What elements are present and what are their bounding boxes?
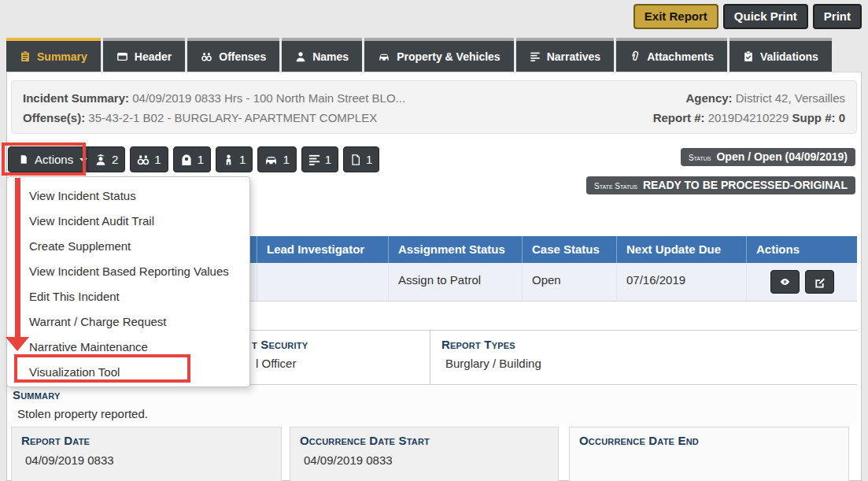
agency-label: Agency: [685, 91, 732, 105]
persons-count-badge[interactable]: 1 [216, 146, 253, 172]
table-header-lead-investigator: Lead Investigator [257, 236, 389, 263]
eye-icon [778, 276, 792, 287]
incident-summary-line: Incident Summary: 04/09/2019 0833 Hrs - … [23, 88, 405, 108]
report-number-label: Report #: [653, 111, 705, 124]
handcuffs-icon [201, 51, 212, 62]
badge-count: 1 [198, 153, 204, 166]
car-icon [264, 154, 278, 166]
car-icon [378, 51, 390, 62]
menu-item-create-supplement[interactable]: Create Supplement [7, 234, 249, 259]
report-date-label: Report Date [21, 434, 281, 447]
cell-actions [747, 263, 857, 301]
badge-count: 1 [325, 153, 331, 166]
top-toolbar: Exit Report Quick Print Print [0, 0, 868, 38]
tab-narratives[interactable]: Narratives [516, 38, 615, 72]
occurrence-date-start-value: 04/09/2019 0833 [300, 453, 558, 467]
narratives-count-badge[interactable]: 1 [301, 146, 338, 172]
documents-count-badge[interactable]: 1 [343, 146, 379, 172]
menu-item-view-incident-status[interactable]: View Incident Status [7, 183, 249, 209]
cell-lead-investigator [257, 263, 389, 301]
tab-bar: Summary Header Offenses Names Property &… [6, 38, 832, 72]
view-row-button[interactable] [770, 270, 800, 294]
report-security-value: l Officer [252, 357, 430, 370]
report-types-field: Report Types Burglary / Building [430, 331, 857, 384]
state-status-label: State Status [594, 182, 637, 191]
menu-item-view-incident-audit-trail[interactable]: View Incident Audit Trail [7, 209, 249, 234]
cell-next-update-due: 07/16/2019 [617, 263, 747, 301]
incident-summary-box: Incident Summary: 04/09/2019 0833 Hrs - … [11, 80, 857, 134]
status-badge: Status Open / Open (04/09/2019) [681, 148, 855, 166]
occurrence-date-end-field: Occurrence Date End [569, 427, 849, 481]
suspects-count-badge[interactable]: 1 [173, 146, 211, 172]
actions-dropdown-menu: View Incident Status View Incident Audit… [6, 176, 250, 387]
tab-label: Offenses [219, 50, 266, 63]
edit-icon [814, 276, 826, 288]
agency-value: District 42, Versailles [736, 91, 845, 105]
tab-label: Attachments [647, 50, 714, 63]
chevron-down-icon [79, 158, 87, 162]
handcuffs-icon [137, 154, 150, 166]
paperclip-icon [630, 50, 641, 62]
edit-row-button[interactable] [805, 270, 834, 294]
menu-item-visualization-tool[interactable]: Visualization Tool [7, 360, 249, 385]
offenses-value: 35-43-2-1 B02 - BURGLARY- APARTMENT COMP… [88, 111, 377, 124]
badge-count: 1 [283, 153, 289, 166]
clipboard-check-icon [743, 50, 754, 62]
tab-property-vehicles[interactable]: Property & Vehicles [364, 38, 514, 72]
report-date-field: Report Date 04/09/2019 0833 [11, 427, 282, 481]
table-header-next-update-due: Next Update Due [617, 236, 747, 263]
offenses-line: Offense(s): 35-43-2-1 B02 - BURGLARY- AP… [23, 108, 377, 128]
tab-label: Header [135, 50, 172, 63]
tab-label: Narratives [547, 50, 601, 63]
occurrence-date-end-label: Occurrence Date End [579, 434, 848, 447]
property-count-badge[interactable]: 1 [257, 146, 296, 172]
summary-label: Summary [13, 388, 857, 401]
report-number-line: Report #: 2019D4210229 Supp #: 0 [653, 108, 845, 128]
tab-attachments[interactable]: Attachments [616, 38, 727, 72]
officers-count-badge[interactable]: 2 [87, 146, 125, 172]
suspect-icon [180, 154, 193, 166]
table-header-assignment-status: Assignment Status [389, 236, 523, 263]
tab-label: Property & Vehicles [397, 50, 500, 63]
cell-case-status: Open [523, 263, 617, 301]
tab-header[interactable]: Header [103, 38, 185, 72]
incident-summary-label: Incident Summary: [23, 91, 129, 105]
tab-validations[interactable]: Validations [729, 38, 832, 72]
text-lines-icon [308, 154, 320, 165]
tab-label: Validations [760, 50, 818, 63]
tab-label: Summary [37, 50, 87, 63]
menu-item-warrant-charge-request[interactable]: Warrant / Charge Request [7, 309, 249, 335]
clipboard-icon [20, 50, 31, 62]
occurrence-date-start-label: Occurrence Date Start [300, 434, 558, 447]
print-button[interactable]: Print [813, 4, 862, 29]
text-lines-icon [530, 51, 541, 61]
file-icon [19, 154, 28, 165]
summary-field: Summary Stolen property reported. [11, 386, 857, 427]
state-status-value: READY TO BE PROCESSED-ORIGINAL [643, 179, 848, 191]
incident-summary-value: 04/09/2019 0833 Hrs - 100 North Main Str… [132, 91, 405, 105]
menu-item-view-ibr-values[interactable]: View Incident Based Reporting Values [7, 259, 249, 284]
agency-line: Agency: District 42, Versailles [685, 88, 845, 108]
document-icon [350, 154, 361, 166]
status-value: Open / Open (04/09/2019) [716, 150, 848, 163]
menu-item-narrative-maintenance[interactable]: Narrative Maintenance [7, 335, 249, 360]
badge-count: 1 [239, 153, 246, 166]
quick-print-button[interactable]: Quick Print [723, 4, 808, 29]
table-header-actions: Actions [747, 236, 857, 263]
report-security-label: t Security [252, 338, 430, 351]
exit-report-button[interactable]: Exit Report [633, 4, 718, 29]
offenses-count-badge[interactable]: 1 [130, 146, 168, 172]
report-number-value: 2019D4210229 [708, 111, 789, 124]
officer-icon [94, 154, 107, 166]
tab-summary[interactable]: Summary [6, 38, 101, 72]
cell-assignment-status: Assign to Patrol [389, 263, 523, 301]
incident-report-screen: Exit Report Quick Print Print Summary He… [0, 0, 868, 481]
tab-names[interactable]: Names [282, 38, 362, 72]
menu-item-edit-this-incident[interactable]: Edit This Incident [7, 284, 249, 309]
tab-offenses[interactable]: Offenses [187, 38, 279, 72]
offenses-label: Offense(s): [23, 111, 85, 124]
occurrence-date-start-field: Occurrence Date Start 04/09/2019 0833 [290, 427, 559, 481]
actions-dropdown-button[interactable]: Actions [8, 146, 98, 172]
table-header-case-status: Case Status [523, 236, 617, 263]
person-icon [295, 51, 306, 62]
